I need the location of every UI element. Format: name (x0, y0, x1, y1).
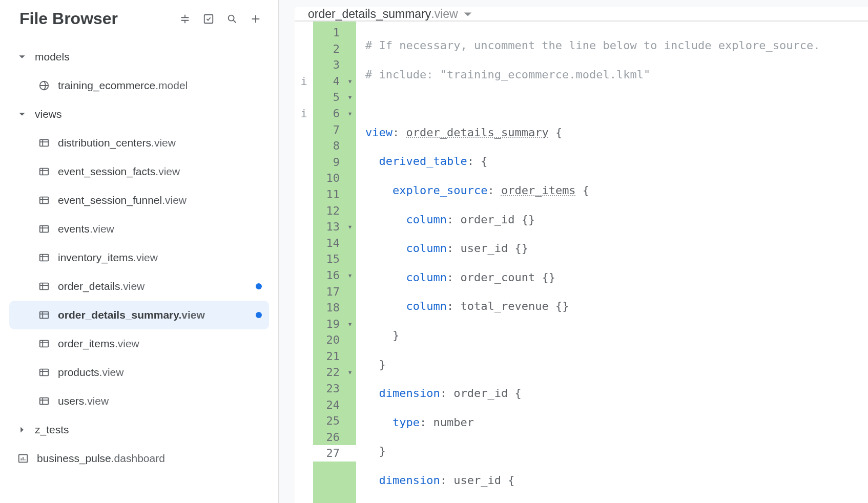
fold-marker (344, 57, 356, 73)
line-number: 8 (313, 138, 344, 154)
info-annotation: i (295, 106, 313, 122)
tab-ext: .view (431, 7, 458, 21)
line-number: 15 (313, 251, 344, 267)
info-annotation (295, 381, 313, 397)
fold-marker (344, 332, 356, 348)
caret-right-icon (16, 424, 28, 435)
view-icon (37, 194, 51, 207)
line-number-gutter: 1234567891011121314151617181920212223242… (313, 22, 344, 503)
file-products[interactable]: products.view (9, 358, 269, 387)
fold-marker (344, 251, 356, 267)
info-annotation (295, 348, 313, 365)
line-number: 24 (313, 397, 344, 413)
line-number: 5 (313, 89, 344, 106)
line-number: 6 (313, 106, 344, 122)
folder-label: models (35, 51, 70, 63)
fold-marker[interactable]: ▾ (344, 316, 356, 332)
line-number: 11 (313, 186, 344, 203)
fold-marker (344, 413, 356, 429)
code-content[interactable]: # If necessary, uncomment the line below… (356, 22, 868, 503)
folder-models[interactable]: models (9, 43, 269, 71)
fold-marker[interactable]: ▾ (344, 267, 356, 284)
line-number: 17 (313, 284, 344, 300)
info-annotation (295, 251, 313, 267)
caret-down-icon (16, 51, 28, 62)
file-label: order_details.view (58, 280, 144, 292)
file-label: inventory_items.view (58, 252, 158, 264)
file-label: distribution_centers.view (58, 137, 176, 149)
view-icon (37, 136, 51, 150)
file-label: users.view (58, 395, 109, 407)
file-inventory-items[interactable]: inventory_items.view (9, 243, 269, 272)
collapse-tree-icon[interactable] (178, 12, 192, 26)
folder-views[interactable]: views (9, 100, 269, 129)
fold-marker (344, 429, 356, 446)
file-distribution-centers[interactable]: distribution_centers.view (9, 129, 269, 157)
validate-icon[interactable] (201, 12, 216, 26)
folder-label: z_tests (35, 424, 69, 436)
svg-rect-10 (40, 341, 49, 347)
folder-z-tests[interactable]: z_tests (9, 415, 269, 444)
code-editor[interactable]: ii 1234567891011121314151617181920212223… (295, 21, 868, 503)
line-number: 4 (313, 73, 344, 90)
info-annotation (295, 332, 313, 348)
view-icon (37, 165, 51, 178)
info-annotation (295, 89, 313, 106)
line-number: 14 (313, 235, 344, 252)
file-order-details[interactable]: order_details.view (9, 272, 269, 301)
fold-marker (344, 397, 356, 413)
file-events[interactable]: events.view (9, 215, 269, 243)
view-icon (37, 222, 51, 236)
fold-marker (344, 186, 356, 203)
line-number: 27 (313, 445, 344, 462)
file-event-session-facts[interactable]: event_session_facts.view (9, 157, 269, 186)
add-icon[interactable] (249, 12, 263, 26)
editor-tab[interactable]: order_details_summary.view (295, 7, 868, 21)
line-number: 23 (313, 381, 344, 397)
fold-marker (344, 138, 356, 154)
file-event-session-funnel[interactable]: event_session_funnel.view (9, 186, 269, 215)
sidebar-header: File Browser (0, 9, 278, 43)
file-order-details-summary[interactable]: order_details_summary.view (9, 301, 269, 329)
sidebar-title: File Browser (19, 9, 118, 28)
line-number: 7 (313, 122, 344, 138)
fold-marker (344, 122, 356, 138)
line-number: 3 (313, 57, 344, 73)
fold-marker[interactable]: ▾ (344, 219, 356, 235)
svg-rect-12 (40, 398, 49, 405)
fold-marker (344, 381, 356, 397)
tab-filename: order_details_summary (308, 7, 431, 21)
fold-gutter: ▾▾▾▾▾▾▾ (344, 22, 356, 503)
file-business-pulse[interactable]: business_pulse.dashboard (9, 444, 269, 473)
svg-rect-7 (40, 255, 49, 261)
line-number: 26 (313, 429, 344, 446)
file-label: training_ecommerce.model (58, 79, 188, 92)
info-annotation (295, 154, 313, 171)
info-annotation (295, 413, 313, 429)
svg-rect-5 (40, 197, 49, 204)
tab-dropdown-icon[interactable] (463, 10, 472, 19)
info-annotation (295, 316, 313, 332)
file-browser-sidebar: File Browser models (0, 0, 279, 503)
info-annotation (295, 122, 313, 138)
view-icon (37, 251, 51, 264)
fold-marker[interactable]: ▾ (344, 73, 356, 90)
file-order-items[interactable]: order_items.view (9, 329, 269, 358)
dashboard-icon (16, 452, 30, 465)
fold-marker[interactable]: ▾ (344, 106, 356, 122)
info-annotation (295, 397, 313, 413)
fold-marker[interactable]: ▾ (344, 364, 356, 381)
fold-marker (344, 300, 356, 316)
fold-marker (344, 284, 356, 300)
info-annotation (295, 429, 313, 446)
fold-marker[interactable]: ▾ (344, 89, 356, 106)
line-number: 19 (313, 316, 344, 332)
file-label: order_details_summary.view (58, 309, 205, 321)
info-annotation (295, 170, 313, 186)
fold-marker (344, 25, 356, 41)
line-number: 1 (313, 25, 344, 41)
file-training-ecommerce[interactable]: training_ecommerce.model (9, 71, 269, 100)
search-icon[interactable] (225, 12, 239, 26)
file-users[interactable]: users.view (9, 387, 269, 415)
fold-marker (344, 348, 356, 365)
